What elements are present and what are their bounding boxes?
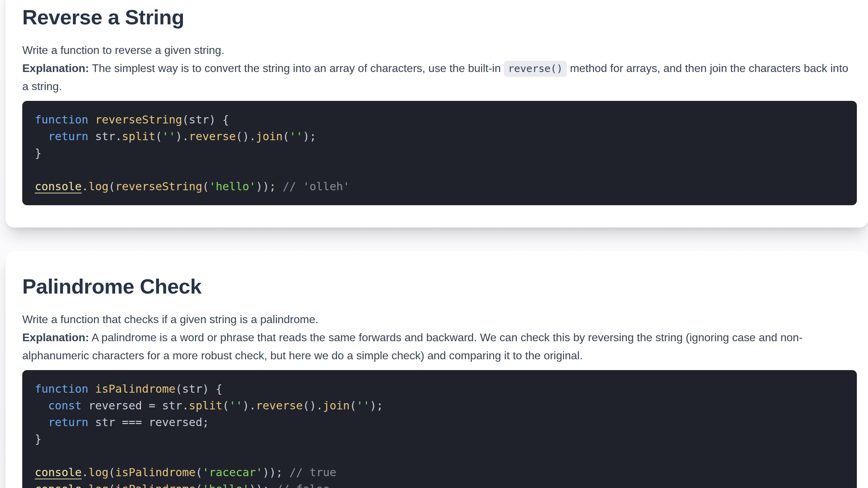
- code-block: function isPalindrome(str) { const rever…: [22, 370, 857, 488]
- explanation-label: Explanation:: [22, 62, 89, 74]
- code-token-pl: [88, 113, 95, 126]
- explanation-segment: A palindrome is a word or phrase that re…: [22, 331, 803, 362]
- code-line: console.log(isPalindrome('hello')); // f…: [35, 481, 844, 488]
- code-token-fn: reverse: [189, 130, 236, 143]
- card-body: Write a function that checks if a given …: [22, 310, 857, 488]
- code-token-fn: isPalindrome: [115, 466, 195, 479]
- explanation-segment: The simplest way is to convert the strin…: [89, 62, 504, 74]
- code-token-pl: (: [155, 130, 162, 143]
- code-token-fn: log: [88, 482, 108, 488]
- prompt-text: Write a function to reverse a given stri…: [22, 41, 857, 59]
- code-token-pl: (: [108, 482, 115, 488]
- code-token-pl: (: [108, 466, 115, 479]
- code-line: [35, 447, 844, 464]
- code-token-pl: (: [195, 466, 202, 479]
- code-block: function reverseString(str) { return str…: [22, 101, 857, 205]
- code-token-cmt: // 'olleh': [283, 180, 350, 193]
- code-token-str: 'hello': [202, 482, 249, 488]
- code-token-pl: ));: [263, 466, 289, 479]
- inline-code-chip: reverse(): [504, 61, 567, 77]
- code-token-str: '': [356, 399, 370, 412]
- code-token-pl: .: [82, 466, 88, 479]
- page-root: Reverse a String Write a function to rev…: [0, 0, 868, 488]
- code-token-cmt: // true: [289, 466, 336, 479]
- explanation-label: Explanation:: [22, 331, 89, 344]
- code-token-kw: const: [48, 399, 82, 412]
- explanation-text: Explanation: The simplest way is to conv…: [22, 59, 857, 95]
- code-token-pl: (: [222, 399, 229, 412]
- code-token-pl: [35, 130, 48, 143]
- code-token-fn: split: [122, 130, 155, 143]
- code-token-pl: }: [35, 146, 41, 160]
- code-line: function reverseString(str) {: [35, 111, 844, 128]
- card-title: Reverse a String: [22, 4, 857, 31]
- code-token-fn: reverseString: [95, 113, 182, 126]
- code-token-pl: ().: [303, 399, 323, 412]
- card-palindrome-check: Palindrome Check Write a function that c…: [6, 251, 868, 488]
- code-token-kw: function: [35, 113, 88, 126]
- code-token-pl: .: [82, 180, 88, 193]
- code-token-pl: );: [370, 399, 383, 412]
- code-token-pl: [35, 399, 48, 412]
- code-token-pl: (: [349, 399, 356, 412]
- code-token-kw: return: [48, 130, 89, 143]
- code-line: return str.split('').reverse().join('');: [35, 128, 844, 145]
- code-token-fn: isPalindrome: [115, 482, 195, 488]
- code-token-bi: console: [35, 466, 82, 479]
- code-token-kw: return: [48, 416, 89, 429]
- code-token-pl: str === reversed;: [88, 416, 209, 429]
- code-token-str: '': [289, 130, 303, 143]
- code-token-pl: ));: [256, 180, 283, 193]
- code-token-pl: (: [108, 180, 115, 193]
- code-token-str: 'racecar': [202, 466, 263, 479]
- code-token-pl: ).: [176, 130, 189, 143]
- code-token-str: '': [229, 399, 243, 412]
- code-token-bi: console: [35, 482, 82, 488]
- code-line: }: [35, 145, 844, 161]
- code-token-str: 'hello': [209, 180, 256, 193]
- code-token-str: '': [162, 130, 176, 143]
- prompt-text: Write a function that checks if a given …: [22, 310, 857, 328]
- code-token-pl: [88, 382, 95, 395]
- code-token-pl: }: [35, 432, 41, 446]
- code-token-pl: );: [303, 130, 316, 143]
- code-line: console.log(reverseString('hello')); // …: [35, 178, 844, 195]
- code-token-fn: log: [88, 180, 108, 193]
- code-token-pl: reversed = str.: [82, 399, 189, 412]
- card-reverse-a-string: Reverse a String Write a function to rev…: [6, 0, 868, 227]
- code-token-cmt: // false: [276, 482, 330, 488]
- code-line: [35, 161, 844, 178]
- code-token-pl: (str) {: [176, 382, 223, 395]
- code-token-fn: isPalindrome: [95, 382, 175, 395]
- card-title: Palindrome Check: [22, 273, 857, 300]
- code-token-pl: ().: [236, 130, 256, 143]
- code-line: }: [35, 431, 844, 447]
- card-body: Write a function to reverse a given stri…: [22, 41, 857, 205]
- code-token-kw: function: [35, 382, 88, 395]
- code-line: function isPalindrome(str) {: [35, 381, 844, 397]
- code-token-pl: [35, 416, 48, 429]
- code-token-fn: join: [256, 130, 283, 143]
- code-token-fn: join: [323, 399, 349, 412]
- code-token-fn: log: [88, 466, 108, 479]
- code-token-pl: .: [82, 482, 88, 488]
- code-token-pl: (str) {: [182, 113, 229, 126]
- code-token-pl: ));: [249, 482, 276, 488]
- code-token-pl: (: [195, 482, 202, 488]
- code-line: return str === reversed;: [35, 414, 844, 431]
- code-token-bi: console: [35, 180, 82, 193]
- explanation-text: Explanation: A palindrome is a word or p…: [22, 328, 857, 365]
- code-token-pl: (: [202, 180, 209, 193]
- code-token-pl: ).: [242, 399, 256, 412]
- code-token-fn: split: [189, 399, 222, 412]
- code-line: console.log(isPalindrome('racecar')); //…: [35, 464, 844, 481]
- code-token-pl: str.: [88, 130, 122, 143]
- code-token-fn: reverse: [256, 399, 303, 412]
- code-line: const reversed = str.split('').reverse()…: [35, 397, 844, 414]
- code-token-pl: (: [283, 130, 289, 143]
- code-token-fn: reverseString: [115, 180, 202, 193]
